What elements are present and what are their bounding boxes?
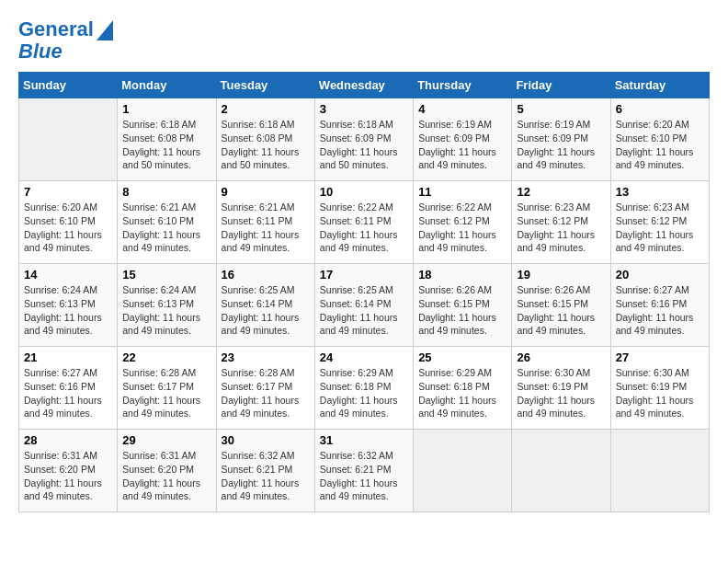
day-number: 1 [122, 102, 210, 116]
day-cell: 26Sunrise: 6:30 AMSunset: 6:19 PMDayligh… [512, 347, 610, 430]
sunrise-text: Sunrise: 6:28 AM [122, 366, 210, 380]
sunrise-text: Sunrise: 6:21 AM [222, 201, 310, 214]
sunset-text: Sunset: 6:09 PM [517, 132, 605, 145]
day-number: 6 [616, 102, 704, 116]
day-cell: 12Sunrise: 6:23 AMSunset: 6:12 PMDayligh… [512, 181, 610, 264]
day-cell: 21Sunrise: 6:27 AMSunset: 6:16 PMDayligh… [19, 347, 118, 430]
sunrise-text: Sunrise: 6:18 AM [122, 118, 210, 132]
col-header-thursday: Thursday [414, 73, 512, 98]
day-cell: 8Sunrise: 6:21 AMSunset: 6:10 PMDaylight… [118, 181, 216, 264]
sunrise-text: Sunrise: 6:22 AM [418, 201, 506, 214]
sunset-text: Sunset: 6:10 PM [616, 132, 704, 145]
day-info: Sunrise: 6:29 AMSunset: 6:18 PMDaylight:… [418, 366, 506, 420]
daylight-text: Daylight: 11 hours and 49 minutes. [222, 228, 310, 255]
day-cell [414, 430, 512, 512]
sunset-text: Sunset: 6:12 PM [418, 214, 506, 228]
daylight-text: Daylight: 11 hours and 49 minutes. [24, 311, 112, 338]
sunset-text: Sunset: 6:10 PM [24, 214, 112, 228]
day-cell: 20Sunrise: 6:27 AMSunset: 6:16 PMDayligh… [610, 264, 709, 347]
day-number: 2 [222, 102, 310, 116]
day-info: Sunrise: 6:18 AMSunset: 6:08 PMDaylight:… [222, 118, 310, 172]
logo: General Blue [18, 18, 113, 63]
daylight-text: Daylight: 11 hours and 49 minutes. [517, 145, 605, 172]
day-info: Sunrise: 6:18 AMSunset: 6:08 PMDaylight:… [122, 118, 210, 172]
sunset-text: Sunset: 6:12 PM [517, 214, 605, 228]
day-cell: 22Sunrise: 6:28 AMSunset: 6:17 PMDayligh… [118, 347, 216, 430]
day-info: Sunrise: 6:26 AMSunset: 6:15 PMDaylight:… [517, 283, 605, 338]
sunrise-text: Sunrise: 6:32 AM [320, 449, 408, 463]
day-info: Sunrise: 6:19 AMSunset: 6:09 PMDaylight:… [418, 118, 506, 172]
day-cell: 3Sunrise: 6:18 AMSunset: 6:09 PMDaylight… [314, 98, 413, 181]
daylight-text: Daylight: 11 hours and 49 minutes. [24, 228, 112, 255]
daylight-text: Daylight: 11 hours and 49 minutes. [616, 394, 704, 420]
daylight-text: Daylight: 11 hours and 49 minutes. [517, 228, 605, 255]
daylight-text: Daylight: 11 hours and 49 minutes. [616, 145, 704, 172]
day-info: Sunrise: 6:20 AMSunset: 6:10 PMDaylight:… [616, 118, 704, 172]
day-cell [512, 430, 610, 512]
day-info: Sunrise: 6:18 AMSunset: 6:09 PMDaylight:… [320, 118, 408, 172]
day-cell: 27Sunrise: 6:30 AMSunset: 6:19 PMDayligh… [610, 347, 709, 430]
day-cell: 10Sunrise: 6:22 AMSunset: 6:11 PMDayligh… [314, 181, 413, 264]
sunset-text: Sunset: 6:14 PM [222, 297, 310, 311]
sunset-text: Sunset: 6:18 PM [320, 380, 408, 394]
daylight-text: Daylight: 11 hours and 50 minutes. [222, 145, 310, 172]
day-number: 15 [122, 268, 210, 282]
sunrise-text: Sunrise: 6:24 AM [24, 283, 112, 297]
day-number: 16 [222, 268, 310, 282]
col-header-wednesday: Wednesday [314, 73, 413, 98]
daylight-text: Daylight: 11 hours and 49 minutes. [418, 228, 506, 255]
daylight-text: Daylight: 11 hours and 49 minutes. [320, 311, 408, 338]
sunrise-text: Sunrise: 6:23 AM [616, 201, 704, 214]
daylight-text: Daylight: 11 hours and 49 minutes. [418, 394, 506, 420]
day-number: 30 [222, 433, 310, 447]
sunset-text: Sunset: 6:09 PM [320, 132, 408, 145]
logo-text: General [18, 18, 94, 40]
day-info: Sunrise: 6:27 AMSunset: 6:16 PMDaylight:… [616, 283, 704, 338]
daylight-text: Daylight: 11 hours and 49 minutes. [122, 228, 210, 255]
daylight-text: Daylight: 11 hours and 49 minutes. [222, 477, 310, 503]
day-info: Sunrise: 6:27 AMSunset: 6:16 PMDaylight:… [24, 366, 112, 420]
day-number: 27 [616, 350, 704, 364]
sunrise-text: Sunrise: 6:27 AM [616, 283, 704, 297]
day-number: 23 [222, 350, 310, 364]
day-number: 31 [320, 433, 408, 447]
day-number: 5 [517, 102, 605, 116]
day-cell: 30Sunrise: 6:32 AMSunset: 6:21 PMDayligh… [216, 430, 314, 512]
day-cell: 7Sunrise: 6:20 AMSunset: 6:10 PMDaylight… [19, 181, 118, 264]
day-number: 13 [616, 185, 704, 199]
sunrise-text: Sunrise: 6:18 AM [222, 118, 310, 132]
day-info: Sunrise: 6:22 AMSunset: 6:11 PMDaylight:… [320, 201, 408, 255]
sunrise-text: Sunrise: 6:21 AM [122, 201, 210, 214]
sunrise-text: Sunrise: 6:26 AM [517, 283, 605, 297]
sunrise-text: Sunrise: 6:30 AM [517, 366, 605, 380]
day-cell: 9Sunrise: 6:21 AMSunset: 6:11 PMDaylight… [216, 181, 314, 264]
sunrise-text: Sunrise: 6:25 AM [320, 283, 408, 297]
sunset-text: Sunset: 6:08 PM [222, 132, 310, 145]
day-cell: 2Sunrise: 6:18 AMSunset: 6:08 PMDaylight… [216, 98, 314, 181]
sunset-text: Sunset: 6:15 PM [418, 297, 506, 311]
day-info: Sunrise: 6:23 AMSunset: 6:12 PMDaylight:… [616, 201, 704, 255]
daylight-text: Daylight: 11 hours and 49 minutes. [122, 477, 210, 503]
col-header-sunday: Sunday [19, 73, 118, 98]
week-row-5: 28Sunrise: 6:31 AMSunset: 6:20 PMDayligh… [19, 430, 710, 512]
day-cell: 24Sunrise: 6:29 AMSunset: 6:18 PMDayligh… [314, 347, 413, 430]
sunset-text: Sunset: 6:12 PM [616, 214, 704, 228]
day-number: 17 [320, 268, 408, 282]
daylight-text: Daylight: 11 hours and 49 minutes. [320, 394, 408, 420]
day-number: 24 [320, 350, 408, 364]
day-info: Sunrise: 6:23 AMSunset: 6:12 PMDaylight:… [517, 201, 605, 255]
sunrise-text: Sunrise: 6:29 AM [320, 366, 408, 380]
day-info: Sunrise: 6:22 AMSunset: 6:12 PMDaylight:… [418, 201, 506, 255]
logo-blue: Blue [18, 40, 63, 63]
day-number: 14 [24, 268, 112, 282]
day-number: 22 [122, 350, 210, 364]
sunrise-text: Sunrise: 6:19 AM [517, 118, 605, 132]
sunset-text: Sunset: 6:11 PM [222, 214, 310, 228]
day-cell: 16Sunrise: 6:25 AMSunset: 6:14 PMDayligh… [216, 264, 314, 347]
sunrise-text: Sunrise: 6:30 AM [616, 366, 704, 380]
day-cell: 23Sunrise: 6:28 AMSunset: 6:17 PMDayligh… [216, 347, 314, 430]
day-info: Sunrise: 6:20 AMSunset: 6:10 PMDaylight:… [24, 201, 112, 255]
day-cell: 13Sunrise: 6:23 AMSunset: 6:12 PMDayligh… [610, 181, 709, 264]
sunset-text: Sunset: 6:19 PM [616, 380, 704, 394]
day-number: 18 [418, 268, 506, 282]
